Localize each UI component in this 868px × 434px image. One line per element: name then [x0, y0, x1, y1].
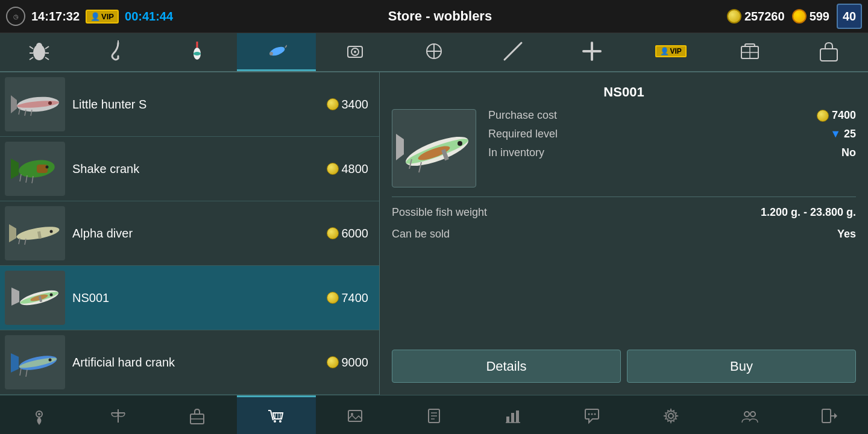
svg-marker-44 — [9, 224, 16, 242]
bottom-tab-journal[interactable] — [395, 395, 474, 434]
svg-rect-89 — [511, 413, 514, 423]
bottom-tab-balance[interactable] — [79, 395, 158, 434]
list-item[interactable]: Little hunter S 3400 — [0, 72, 379, 137]
svg-point-94 — [594, 413, 596, 415]
svg-point-17 — [354, 51, 356, 53]
in-inventory-value: No — [841, 146, 856, 159]
detail-panel: NS001 Purchase cost — [380, 72, 868, 395]
details-button[interactable]: Details — [392, 350, 621, 383]
in-inventory-label: In inventory — [488, 146, 544, 159]
price-coin-icon — [327, 356, 339, 368]
svg-point-53 — [50, 294, 53, 297]
item-price: 7400 — [327, 291, 369, 305]
price-value: 4800 — [342, 162, 369, 176]
svg-line-60 — [26, 370, 27, 377]
svg-point-77 — [274, 420, 276, 423]
svg-line-76 — [271, 410, 273, 420]
tab-float[interactable] — [158, 33, 237, 71]
bottom-nav — [0, 395, 868, 434]
price-coin-icon — [327, 227, 339, 239]
can-be-sold-row: Can be sold Yes — [392, 228, 856, 241]
vip-label: VIP — [101, 12, 114, 21]
svg-point-12 — [269, 45, 286, 57]
price-coin-icon — [327, 292, 339, 304]
tab-rod[interactable] — [473, 33, 552, 71]
svg-point-70 — [38, 413, 40, 415]
svg-line-79 — [275, 413, 275, 419]
tab-vip[interactable]: 👤VIP — [631, 33, 710, 71]
list-item[interactable]: NS001 7400 — [0, 266, 379, 330]
price-value: 3400 — [342, 98, 369, 112]
detail-image — [392, 109, 476, 187]
bottom-tab-store[interactable] — [237, 395, 316, 434]
tab-bug[interactable] — [0, 33, 79, 71]
vip-badge: 👤 VIP — [86, 10, 119, 24]
tab-tackle-box[interactable] — [710, 33, 789, 71]
tab-wobbler[interactable] — [237, 33, 316, 71]
price-coin-icon — [327, 98, 339, 110]
detail-stats: Purchase cost 7400 Required level ▼ 25 I… — [488, 109, 856, 159]
purchase-cost-row: Purchase cost 7400 — [488, 109, 856, 122]
detail-spacer — [392, 250, 856, 341]
in-inventory-row: In inventory No — [488, 146, 856, 159]
item-price: 9000 — [327, 356, 369, 370]
svg-line-40 — [20, 174, 21, 181]
item-thumbnail — [5, 77, 65, 131]
silver-currency: 257260 — [727, 9, 785, 24]
tab-bag[interactable] — [789, 33, 868, 71]
svg-rect-82 — [348, 410, 362, 421]
svg-point-92 — [588, 413, 590, 415]
list-item[interactable]: Alpha diver 6000 — [0, 201, 379, 266]
can-be-sold-label: Can be sold — [392, 228, 450, 241]
svg-point-39 — [46, 166, 49, 169]
item-name: Alpha diver — [72, 227, 319, 241]
list-item[interactable]: Artificial hard crank 9000 — [0, 330, 379, 395]
gold-currency: 599 — [792, 9, 829, 24]
svg-point-45 — [50, 230, 53, 233]
item-thumbnail — [5, 142, 65, 196]
tab-bait[interactable] — [395, 33, 474, 71]
svg-point-78 — [279, 420, 281, 423]
top-bar-right: 257260 599 40 — [681, 4, 862, 29]
svg-rect-27 — [745, 44, 755, 46]
store-title: Store - wobblers — [199, 8, 681, 24]
svg-line-7 — [45, 57, 49, 60]
bottom-tab-map[interactable] — [0, 395, 79, 434]
tab-reel[interactable] — [316, 33, 395, 71]
current-time: 14:17:32 — [31, 10, 80, 24]
item-name: Shake crank — [72, 162, 319, 176]
svg-point-11 — [193, 52, 201, 55]
bottom-tab-chat[interactable] — [552, 395, 631, 434]
svg-line-21 — [505, 43, 521, 60]
top-bar: ◷ 14:17:32 👤 VIP 00:41:44 Store - wobble… — [0, 0, 868, 33]
bottom-tab-chart[interactable] — [473, 395, 552, 434]
svg-line-47 — [19, 238, 20, 244]
can-be-sold-value: Yes — [837, 228, 856, 241]
buy-button[interactable]: Buy — [627, 350, 856, 383]
item-thumbnail — [5, 271, 65, 325]
svg-point-93 — [591, 413, 593, 415]
list-item[interactable]: Shake crank 4800 — [0, 137, 379, 201]
item-name: NS001 — [72, 291, 319, 305]
svg-line-59 — [20, 368, 21, 376]
item-name: Artificial hard crank — [72, 356, 319, 370]
svg-rect-88 — [506, 417, 509, 423]
gold-coin-icon — [792, 9, 807, 24]
svg-point-97 — [750, 412, 755, 417]
required-level-label: Required level — [488, 128, 558, 140]
tab-hook[interactable] — [79, 33, 158, 71]
bottom-tab-gallery[interactable] — [316, 395, 395, 434]
svg-point-95 — [668, 414, 673, 418]
top-bar-left: ◷ 14:17:32 👤 VIP 00:41:44 — [6, 7, 199, 26]
bottom-tab-settings[interactable] — [631, 395, 710, 434]
item-name: Little hunter S — [72, 98, 319, 112]
bottom-tab-briefcase[interactable] — [158, 395, 237, 434]
tab-plus[interactable] — [552, 33, 631, 71]
silver-coin-icon — [727, 9, 741, 24]
item-thumbnail — [5, 206, 65, 260]
bottom-tab-exit[interactable] — [789, 395, 868, 434]
price-value: 6000 — [342, 227, 369, 241]
fish-weight-row: Possible fish weight 1.200 g. - 23.800 g… — [392, 206, 856, 219]
bottom-tab-social[interactable] — [710, 395, 789, 434]
svg-marker-100 — [834, 413, 837, 419]
